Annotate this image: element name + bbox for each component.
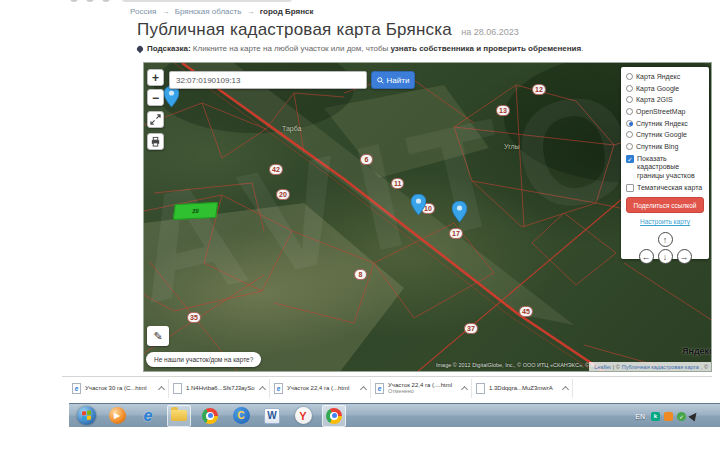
pan-up-button[interactable]: ↑	[658, 232, 673, 247]
chevron-up-icon[interactable]	[461, 385, 468, 392]
taskbar-apps: ▶eCWY	[69, 405, 346, 427]
radio-icon	[626, 85, 633, 92]
language-indicator[interactable]: EN	[635, 413, 645, 420]
green-status-tray-icon[interactable]: ✓	[677, 412, 686, 421]
zoom-in-button[interactable]: +	[147, 69, 164, 86]
base-layer-option[interactable]: Спутник Bing	[626, 143, 704, 152]
print-button[interactable]	[147, 133, 164, 150]
base-layer-option[interactable]: Карта Яндекс	[626, 73, 704, 82]
chevron-up-icon[interactable]	[562, 385, 569, 392]
expand-icon	[150, 114, 161, 125]
map-pin-icon[interactable]	[164, 86, 179, 107]
base-layer-option[interactable]: Карта 2GIS	[626, 96, 704, 105]
taskbar-chrome-button[interactable]	[198, 405, 222, 427]
hint-text: Кликните на карте на любой участок или д…	[191, 44, 391, 53]
pkk-link[interactable]: Публичная кадастровая карта	[622, 364, 699, 370]
selected-parcel[interactable]: 20	[173, 202, 218, 220]
base-layer-option[interactable]: Спутник Яндекс	[626, 120, 704, 129]
find-button[interactable]: Найти	[371, 71, 415, 89]
chevron-up-icon[interactable]	[360, 385, 367, 392]
radio-icon	[626, 131, 633, 138]
taskbar-explorer-button[interactable]	[167, 405, 191, 427]
parcel-number-marker[interactable]: 12	[532, 84, 546, 95]
download-filename: 1.3Ddqqra...MuZ3mwrA	[489, 385, 559, 391]
map-attribution: Image © 2012 DigitalGlobe, Inc., © ООО И…	[436, 362, 594, 368]
parcel-number-marker[interactable]: 6	[360, 154, 373, 165]
base-layer-label: Спутник Google	[636, 131, 687, 140]
breadcrumb: Россия → Брянская область → город Брянск	[130, 7, 313, 16]
place-label: Углы	[504, 143, 520, 150]
download-items: eУчасток 30 га (C...html1.N4Hvtba6...Sfs…	[68, 379, 573, 398]
breadcrumb-link-russia[interactable]: Россия	[130, 7, 156, 16]
download-filename: Участок 22,4 га (...html	[287, 385, 357, 391]
chevron-up-icon[interactable]	[158, 385, 165, 392]
draw-button[interactable]: ✎	[147, 326, 169, 346]
yandex-browser-icon: Y	[295, 407, 312, 424]
taskbar-yandex-browser-button[interactable]: Y	[291, 405, 315, 427]
taskbar-start-button[interactable]	[74, 405, 98, 427]
parcel-number-marker[interactable]: 13	[496, 105, 510, 116]
taskbar-word-button[interactable]: W	[260, 405, 284, 427]
file-icon	[173, 383, 182, 394]
zoom-out-button[interactable]: −	[147, 89, 164, 106]
share-link-button[interactable]: Поделиться ссылкой	[626, 197, 704, 213]
map-pin-hint-icon	[136, 45, 144, 53]
printer-icon	[150, 136, 161, 147]
taskbar-chrome-active-button[interactable]	[322, 405, 346, 427]
pan-right-button[interactable]: →	[677, 249, 692, 264]
title-row: Публичная кадастровая карта Брянска на 2…	[137, 20, 519, 40]
parcel-number-marker[interactable]: 35	[187, 312, 201, 323]
word-icon: W	[264, 408, 280, 424]
taskbar-c-browser-button[interactable]: C	[229, 405, 253, 427]
map-pin-icon[interactable]	[452, 201, 467, 222]
html-file-icon: e	[375, 383, 384, 394]
pan-left-button[interactable]: ←	[639, 249, 654, 264]
desktop-screenshot: Россия → Брянская область → город Брянск…	[0, 0, 720, 450]
orange-app-tray-icon[interactable]	[664, 412, 673, 421]
base-layer-option[interactable]: Спутник Google	[626, 131, 704, 140]
map-pin-icon[interactable]	[411, 194, 426, 215]
download-item[interactable]: eУчасток 22,4 га (....htmlОтменено	[371, 379, 472, 398]
pan-down-button[interactable]: ↓	[658, 249, 673, 264]
download-status: Отменено	[388, 388, 458, 394]
tray-icons: k✓	[651, 412, 698, 421]
leaflet-link[interactable]: Leaflet	[594, 364, 611, 370]
download-filename: 1.N4Hvtba6...Sfs7J3aySo	[186, 385, 256, 391]
fullscreen-button[interactable]	[147, 111, 164, 128]
parcel-number-marker[interactable]: 45	[519, 306, 533, 317]
breadcrumb-link-region[interactable]: Брянская область	[175, 7, 242, 16]
pointer-tray-icon[interactable]	[688, 410, 699, 421]
leaflet-attribution: Leaflet | © Публичная кадастровая карта …	[589, 362, 711, 371]
base-layer-label: Спутник Яндекс	[636, 120, 688, 129]
parcel-number-marker[interactable]: 37	[464, 323, 478, 334]
chevron-up-icon[interactable]	[259, 385, 266, 392]
configure-map-link[interactable]: Настроить карту	[626, 218, 704, 225]
cadastral-map[interactable]: AVITO ТарбаУглы 20 422061110178121335374…	[143, 62, 712, 372]
overlay-option[interactable]: Тематическая карта	[626, 184, 704, 193]
download-item[interactable]: 1.3Ddqqra...MuZ3mwrA	[472, 379, 573, 398]
download-item[interactable]: eУчасток 22,4 га (...html	[270, 379, 371, 398]
kaspersky-tray-icon[interactable]: k	[651, 412, 660, 421]
radio-icon	[626, 96, 633, 103]
taskbar-media-player-button[interactable]: ▶	[105, 405, 129, 427]
base-layer-label: Карта Google	[636, 85, 679, 94]
base-layer-option[interactable]: Карта Google	[626, 85, 704, 94]
parcel-number-marker[interactable]: 8	[354, 269, 367, 280]
not-found-button[interactable]: Не нашли участок/дом на карте?	[146, 352, 261, 367]
hint-label: Подсказка:	[147, 44, 191, 53]
parcel-number-marker[interactable]: 17	[449, 228, 463, 239]
download-item[interactable]: eУчасток 30 га (C...html	[68, 379, 169, 398]
search-icon	[377, 77, 384, 84]
downloads-bar: eУчасток 30 га (C...html1.N4Hvtba6...Sfs…	[62, 376, 712, 399]
parcel-number-marker[interactable]: 20	[276, 189, 290, 200]
explorer-folder-icon	[171, 410, 187, 421]
base-layer-option[interactable]: OpenStreetMap	[626, 108, 704, 117]
parcel-number-marker[interactable]: 42	[269, 164, 283, 175]
cadastral-search-input[interactable]	[169, 71, 367, 89]
download-item[interactable]: 1.N4Hvtba6...Sfs7J3aySo	[169, 379, 270, 398]
radio-icon	[626, 73, 633, 80]
parcel-number-marker[interactable]: 11	[391, 178, 404, 189]
place-label: Тарба	[282, 125, 302, 132]
taskbar-internet-explorer-button[interactable]: e	[136, 405, 160, 427]
overlay-option[interactable]: ✓Показать кадастровые границы участков	[626, 155, 704, 181]
